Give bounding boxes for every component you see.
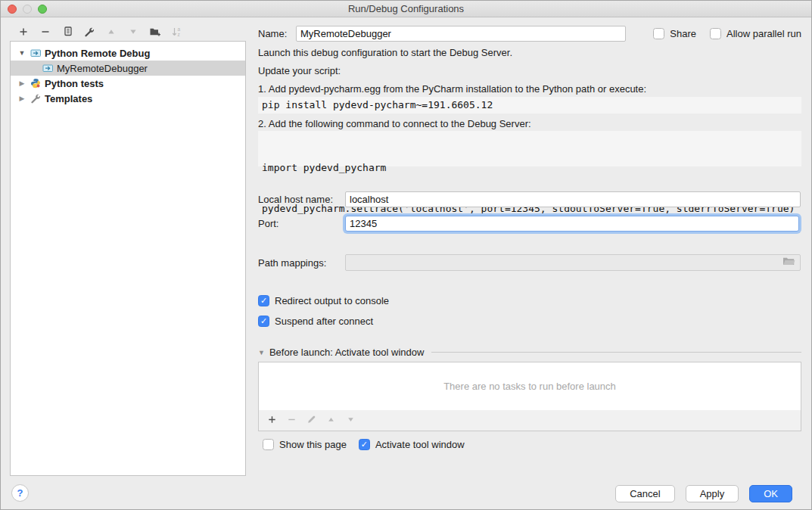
sort-configurations-button[interactable]: az xyxy=(166,24,188,41)
port-row: Port: xyxy=(258,214,801,232)
arrow-down-icon xyxy=(347,415,355,426)
help-button[interactable]: ? xyxy=(11,484,29,502)
path-mappings-field[interactable] xyxy=(345,254,801,271)
remove-configuration-button[interactable] xyxy=(34,24,56,41)
remote-debug-icon xyxy=(41,63,54,73)
titlebar[interactable]: Run/Debug Configurations xyxy=(1,1,811,17)
suspend-after-connect-option: ✓ Suspend after connect xyxy=(258,315,801,327)
window-title: Run/Debug Configurations xyxy=(1,3,811,14)
copy-configuration-button[interactable] xyxy=(56,24,78,41)
copy-icon xyxy=(61,26,73,39)
edit-templates-button[interactable] xyxy=(78,24,100,41)
allow-parallel-option: ✓ Allow parallel run xyxy=(710,28,801,39)
ok-button[interactable]: OK xyxy=(749,485,792,502)
folder-icon xyxy=(782,257,795,269)
edit-task-button[interactable] xyxy=(301,412,321,429)
name-label: Name: xyxy=(258,28,296,39)
sort-az-icon: az xyxy=(171,26,182,39)
suspend-after-connect-label: Suspend after connect xyxy=(275,316,373,327)
dialog-buttons: Cancel Apply OK xyxy=(615,485,792,502)
folder-plus-icon xyxy=(149,26,161,39)
move-task-down-button[interactable] xyxy=(341,412,360,429)
apply-button[interactable]: Apply xyxy=(686,485,739,502)
before-launch-section-header[interactable]: ▼ Before launch: Activate tool window xyxy=(258,347,801,358)
pip-install-snippet: pip install pydevd-pycharm~=191.6605.12 xyxy=(258,97,801,114)
redirect-output-label: Redirect output to console xyxy=(275,295,389,306)
tree-item-templates[interactable]: ▶ Templates xyxy=(11,91,245,106)
checkmark-icon: ✓ xyxy=(260,297,267,305)
browse-button[interactable] xyxy=(779,257,798,269)
minus-icon xyxy=(40,26,51,39)
remove-task-button[interactable] xyxy=(282,412,301,429)
tree-item-label: Python Remote Debug xyxy=(45,48,150,59)
move-up-button[interactable] xyxy=(100,24,122,41)
show-this-page-checkbox[interactable]: ✓ xyxy=(263,439,274,450)
create-folder-button[interactable] xyxy=(144,24,166,41)
local-host-row: Local host name: xyxy=(258,191,801,207)
settrace-line-1: import pydevd_pycharm xyxy=(262,161,801,175)
share-checkbox[interactable]: ✓ xyxy=(653,28,664,39)
activate-tool-window-checkbox[interactable]: ✓ xyxy=(359,439,370,450)
chevron-right-icon[interactable]: ▶ xyxy=(15,79,29,87)
suspend-after-connect-checkbox[interactable]: ✓ xyxy=(258,316,269,327)
arrow-down-icon xyxy=(129,27,138,39)
local-host-input[interactable] xyxy=(345,191,801,207)
configurations-toolbar: az xyxy=(12,24,188,41)
chevron-right-icon[interactable]: ▶ xyxy=(15,95,29,102)
empty-tasks-message: There are no tasks to run before launch xyxy=(443,381,616,392)
add-task-button[interactable] xyxy=(262,412,282,429)
name-input[interactable] xyxy=(296,26,626,42)
local-host-label: Local host name: xyxy=(258,194,345,205)
path-mappings-label: Path mappings: xyxy=(258,257,345,269)
redirect-output-option: ✓ Redirect output to console xyxy=(258,294,801,306)
wrench-icon xyxy=(29,93,42,104)
tree-item-label: MyRemoteDebugger xyxy=(57,63,148,74)
share-option: ✓ Share xyxy=(653,28,696,39)
remote-debug-icon xyxy=(29,48,42,58)
plus-icon xyxy=(18,26,29,39)
tree-item-python-remote-debug[interactable]: ▼ Python Remote Debug xyxy=(11,45,245,61)
before-launch-toolbar xyxy=(258,410,801,431)
instruction-step2: 2. Add the following command to connect … xyxy=(258,118,531,129)
allow-parallel-run-checkbox[interactable]: ✓ xyxy=(710,28,721,39)
cancel-button[interactable]: Cancel xyxy=(615,485,674,502)
page-options-row: ✓ Show this page ✓ Activate tool window xyxy=(258,438,801,450)
tree-item-python-tests[interactable]: ▶ Python tests xyxy=(11,76,245,91)
question-mark-icon: ? xyxy=(17,487,23,499)
svg-text:z: z xyxy=(178,32,180,37)
pencil-icon xyxy=(306,415,316,427)
python-icon xyxy=(29,78,42,89)
redirect-output-checkbox[interactable]: ✓ xyxy=(258,295,269,306)
wrench-icon xyxy=(84,26,95,39)
before-launch-task-list[interactable]: There are no tasks to run before launch xyxy=(258,362,801,411)
configurations-tree: ▼ Python Remote Debug MyRemoteDebugger ▶… xyxy=(10,41,246,476)
chevron-down-icon[interactable]: ▼ xyxy=(15,49,29,57)
instruction-step1: 1. Add pydevd-pycharm.egg from the PyCha… xyxy=(258,83,646,95)
settrace-snippet: import pydevd_pycharm pydevd_pycharm.set… xyxy=(258,131,801,166)
activate-tool-window-option: ✓ Activate tool window xyxy=(359,439,465,450)
before-launch-title: Before launch: Activate tool window xyxy=(269,347,425,358)
move-down-button[interactable] xyxy=(122,24,144,41)
activate-tool-window-label: Activate tool window xyxy=(375,439,465,450)
tree-item-label: Templates xyxy=(45,93,92,104)
share-label: Share xyxy=(670,28,696,39)
port-input[interactable] xyxy=(345,216,799,232)
divider xyxy=(431,352,801,353)
instruction-update: Update your script: xyxy=(258,65,341,76)
show-this-page-option: ✓ Show this page xyxy=(263,439,347,450)
checkmark-icon: ✓ xyxy=(361,440,368,449)
move-task-up-button[interactable] xyxy=(321,412,341,429)
allow-parallel-run-label: Allow parallel run xyxy=(726,28,801,39)
show-this-page-label: Show this page xyxy=(279,439,347,450)
arrow-up-icon xyxy=(107,27,116,39)
svg-text:a: a xyxy=(178,26,181,32)
chevron-down-icon[interactable]: ▼ xyxy=(258,349,265,356)
tree-item-myremotedebugger[interactable]: MyRemoteDebugger xyxy=(11,61,245,76)
name-row: Name: ✓ Share ✓ Allow parallel run xyxy=(258,25,801,42)
minus-icon xyxy=(287,415,297,427)
run-debug-configurations-dialog: Run/Debug Configurations az ▼ xyxy=(0,0,812,510)
add-configuration-button[interactable] xyxy=(12,24,34,41)
plus-icon xyxy=(267,415,277,427)
instruction-intro: Launch this debug configuration to start… xyxy=(258,47,512,58)
arrow-up-icon xyxy=(327,415,335,426)
